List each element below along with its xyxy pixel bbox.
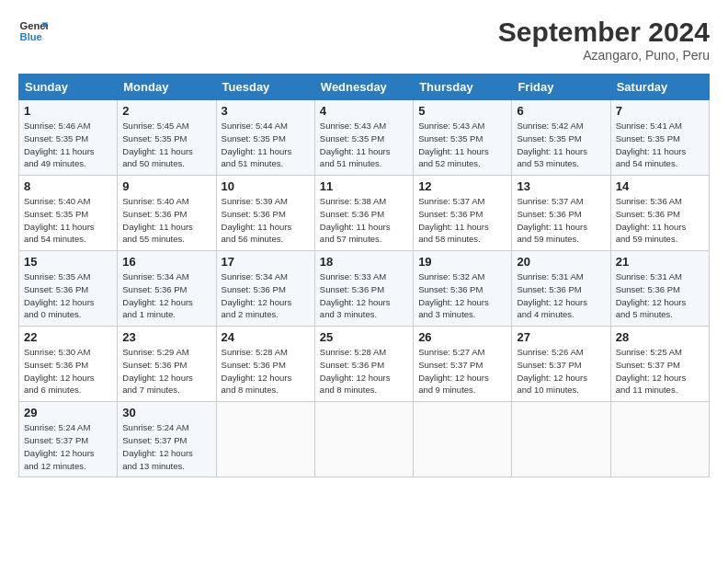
calendar-cell: 21Sunrise: 5:31 AMSunset: 5:36 PMDayligh… [610,251,709,327]
calendar-cell: 4Sunrise: 5:43 AMSunset: 5:35 PMDaylight… [314,100,413,176]
day-info: Sunrise: 5:33 AMSunset: 5:36 PMDaylight:… [320,270,408,321]
calendar-cell: 23Sunrise: 5:29 AMSunset: 5:36 PMDayligh… [118,327,216,402]
day-number: 8 [24,179,112,193]
title-block: September 2024 Azangaro, Puno, Peru [498,17,710,63]
day-number: 3 [222,104,310,118]
day-number: 21 [616,255,704,269]
location-subtitle: Azangaro, Puno, Peru [498,48,710,63]
day-info: Sunrise: 5:34 AMSunset: 5:36 PMDaylight:… [122,270,210,321]
col-wednesday: Wednesday [314,75,413,100]
day-info: Sunrise: 5:43 AMSunset: 5:35 PMDaylight:… [418,120,506,170]
day-number: 19 [418,255,506,269]
calendar-cell: 13Sunrise: 5:37 AMSunset: 5:36 PMDayligh… [512,176,610,251]
svg-text:Blue: Blue [20,31,42,42]
day-info: Sunrise: 5:31 AMSunset: 5:36 PMDaylight:… [517,270,605,321]
day-number: 25 [320,330,408,344]
day-number: 29 [24,406,112,419]
calendar-cell [216,402,314,477]
day-info: Sunrise: 5:29 AMSunset: 5:36 PMDaylight:… [122,346,210,396]
svg-text:General: General [20,20,48,31]
calendar-cell: 26Sunrise: 5:27 AMSunset: 5:37 PMDayligh… [414,327,512,402]
day-number: 24 [222,330,310,344]
day-number: 22 [24,330,112,344]
calendar-cell: 12Sunrise: 5:37 AMSunset: 5:36 PMDayligh… [414,176,512,251]
col-friday: Friday [512,75,610,100]
calendar-cell: 30Sunrise: 5:24 AMSunset: 5:37 PMDayligh… [118,402,216,477]
header: General Blue September 2024 Azangaro, Pu… [18,17,710,63]
day-number: 5 [418,104,506,118]
day-number: 14 [616,179,704,193]
calendar-cell: 28Sunrise: 5:25 AMSunset: 5:37 PMDayligh… [610,327,709,402]
calendar-cell: 18Sunrise: 5:33 AMSunset: 5:36 PMDayligh… [314,251,413,327]
day-number: 9 [122,179,210,193]
calendar-cell: 16Sunrise: 5:34 AMSunset: 5:36 PMDayligh… [118,251,216,327]
day-number: 4 [320,104,408,118]
calendar-cell: 27Sunrise: 5:26 AMSunset: 5:37 PMDayligh… [512,327,610,402]
day-number: 15 [24,255,112,269]
day-info: Sunrise: 5:27 AMSunset: 5:37 PMDaylight:… [418,346,506,396]
page: General Blue September 2024 Azangaro, Pu… [0,0,728,488]
day-number: 23 [122,330,210,344]
day-info: Sunrise: 5:31 AMSunset: 5:36 PMDaylight:… [616,270,704,321]
day-number: 16 [122,255,210,269]
day-number: 13 [517,179,605,193]
day-info: Sunrise: 5:45 AMSunset: 5:35 PMDaylight:… [122,120,210,170]
calendar-week-1: 1Sunrise: 5:46 AMSunset: 5:35 PMDaylight… [19,100,710,176]
logo: General Blue [18,17,48,46]
day-info: Sunrise: 5:26 AMSunset: 5:37 PMDaylight:… [517,346,605,396]
col-thursday: Thursday [414,75,512,100]
day-info: Sunrise: 5:43 AMSunset: 5:35 PMDaylight:… [320,120,408,170]
calendar-cell: 9Sunrise: 5:40 AMSunset: 5:36 PMDaylight… [118,176,216,251]
day-number: 20 [517,255,605,269]
calendar-cell: 3Sunrise: 5:44 AMSunset: 5:35 PMDaylight… [216,100,314,176]
day-number: 27 [517,330,605,344]
day-number: 6 [517,104,605,118]
calendar-cell: 17Sunrise: 5:34 AMSunset: 5:36 PMDayligh… [216,251,314,327]
calendar-cell: 29Sunrise: 5:24 AMSunset: 5:37 PMDayligh… [19,402,118,477]
day-info: Sunrise: 5:24 AMSunset: 5:37 PMDaylight:… [122,421,210,472]
calendar-cell [414,402,512,477]
day-info: Sunrise: 5:28 AMSunset: 5:36 PMDaylight:… [320,346,408,396]
calendar-cell: 24Sunrise: 5:28 AMSunset: 5:36 PMDayligh… [216,327,314,402]
day-info: Sunrise: 5:24 AMSunset: 5:37 PMDaylight:… [24,421,112,472]
day-info: Sunrise: 5:38 AMSunset: 5:36 PMDaylight:… [320,195,408,246]
day-info: Sunrise: 5:30 AMSunset: 5:36 PMDaylight:… [24,346,112,396]
calendar-table: Sunday Monday Tuesday Wednesday Thursday… [18,74,710,477]
day-number: 28 [616,330,704,344]
day-number: 2 [122,104,210,118]
day-info: Sunrise: 5:37 AMSunset: 5:36 PMDaylight:… [418,195,506,246]
calendar-cell: 19Sunrise: 5:32 AMSunset: 5:36 PMDayligh… [414,251,512,327]
calendar-cell [610,402,709,477]
calendar-cell: 14Sunrise: 5:36 AMSunset: 5:36 PMDayligh… [610,176,709,251]
header-row: Sunday Monday Tuesday Wednesday Thursday… [19,75,710,100]
col-sunday: Sunday [19,75,118,100]
day-number: 26 [418,330,506,344]
day-info: Sunrise: 5:42 AMSunset: 5:35 PMDaylight:… [517,120,605,170]
day-info: Sunrise: 5:37 AMSunset: 5:36 PMDaylight:… [517,195,605,246]
calendar-cell: 10Sunrise: 5:39 AMSunset: 5:36 PMDayligh… [216,176,314,251]
calendar-cell [512,402,610,477]
day-info: Sunrise: 5:25 AMSunset: 5:37 PMDaylight:… [616,346,704,396]
calendar-week-2: 8Sunrise: 5:40 AMSunset: 5:35 PMDaylight… [19,176,710,251]
day-info: Sunrise: 5:44 AMSunset: 5:35 PMDaylight:… [222,120,310,170]
calendar-cell: 22Sunrise: 5:30 AMSunset: 5:36 PMDayligh… [19,327,118,402]
calendar-cell: 15Sunrise: 5:35 AMSunset: 5:36 PMDayligh… [19,251,118,327]
calendar-cell: 5Sunrise: 5:43 AMSunset: 5:35 PMDaylight… [414,100,512,176]
day-number: 7 [616,104,704,118]
calendar-cell [314,402,413,477]
day-info: Sunrise: 5:41 AMSunset: 5:35 PMDaylight:… [616,120,704,170]
day-info: Sunrise: 5:32 AMSunset: 5:36 PMDaylight:… [418,270,506,321]
calendar-cell: 1Sunrise: 5:46 AMSunset: 5:35 PMDaylight… [19,100,118,176]
calendar-week-3: 15Sunrise: 5:35 AMSunset: 5:36 PMDayligh… [19,251,710,327]
calendar-cell: 20Sunrise: 5:31 AMSunset: 5:36 PMDayligh… [512,251,610,327]
calendar-cell: 25Sunrise: 5:28 AMSunset: 5:36 PMDayligh… [314,327,413,402]
day-info: Sunrise: 5:40 AMSunset: 5:36 PMDaylight:… [122,195,210,246]
day-info: Sunrise: 5:35 AMSunset: 5:36 PMDaylight:… [24,270,112,321]
day-info: Sunrise: 5:36 AMSunset: 5:36 PMDaylight:… [616,195,704,246]
day-info: Sunrise: 5:40 AMSunset: 5:35 PMDaylight:… [24,195,112,246]
calendar-cell: 8Sunrise: 5:40 AMSunset: 5:35 PMDaylight… [19,176,118,251]
day-number: 11 [320,179,408,193]
calendar-week-4: 22Sunrise: 5:30 AMSunset: 5:36 PMDayligh… [19,327,710,402]
logo-icon: General Blue [18,17,48,46]
col-tuesday: Tuesday [216,75,314,100]
